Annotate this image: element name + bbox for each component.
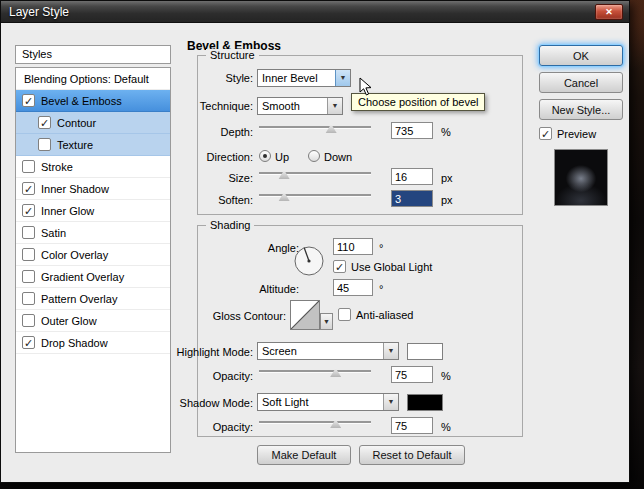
use-global-light-checkbox[interactable]: ✓ — [333, 260, 346, 273]
altitude-input[interactable] — [333, 279, 373, 296]
style-item-bevel-emboss[interactable]: ✓ Bevel & Emboss — [16, 90, 170, 112]
checkbox[interactable] — [22, 248, 35, 261]
preview-checkbox[interactable]: ✓ — [539, 127, 552, 140]
style-item-label: Inner Glow — [41, 205, 94, 217]
shadow-mode-dropdown[interactable]: Soft Light ▼ — [257, 393, 399, 411]
style-item-label: Satin — [41, 227, 66, 239]
style-item-drop-shadow[interactable]: ✓ Drop Shadow — [16, 332, 170, 354]
style-dropdown-value: Inner Bevel — [258, 70, 335, 86]
size-unit: px — [441, 172, 453, 184]
style-item-label: Blending Options: Default — [24, 73, 149, 85]
preview-thumbnail — [554, 149, 608, 206]
contour-preview — [291, 301, 319, 329]
style-label: Style: — [153, 72, 253, 84]
direction-down-label: Down — [324, 151, 352, 163]
style-item-gradient-overlay[interactable]: Gradient Overlay — [16, 266, 170, 288]
styles-panel-header: Styles — [15, 45, 171, 64]
style-item-blending-options[interactable]: Blending Options: Default — [16, 68, 170, 90]
style-item-label: Color Overlay — [41, 249, 108, 261]
style-item-inner-glow[interactable]: ✓ Inner Glow — [16, 200, 170, 222]
reset-to-default-button[interactable]: Reset to Default — [359, 445, 465, 465]
new-style-button[interactable]: New Style... — [539, 99, 623, 120]
soften-slider[interactable] — [259, 189, 371, 201]
style-item-stroke[interactable]: Stroke — [16, 156, 170, 178]
chevron-down-icon[interactable]: ▼ — [383, 343, 398, 359]
style-item-label: Stroke — [41, 161, 73, 173]
style-item-label: Gradient Overlay — [41, 271, 124, 283]
layer-style-dialog: Layer Style ✕ Styles Blending Options: D… — [0, 0, 630, 483]
checkbox[interactable]: ✓ — [22, 336, 35, 349]
angle-unit: ° — [379, 242, 383, 254]
checkbox[interactable] — [22, 160, 35, 173]
checkbox[interactable]: ✓ — [22, 204, 35, 217]
style-item-outer-glow[interactable]: Outer Glow — [16, 310, 170, 332]
depth-slider[interactable] — [259, 121, 371, 133]
style-item-inner-shadow[interactable]: ✓ Inner Shadow — [16, 178, 170, 200]
direction-label: Direction: — [153, 151, 253, 163]
soften-label: Soften: — [153, 194, 253, 206]
highlight-color-swatch[interactable] — [407, 343, 443, 360]
style-item-contour[interactable]: ✓ Contour — [16, 112, 170, 134]
checkbox[interactable]: ✓ — [22, 94, 35, 107]
slider-track — [259, 421, 371, 423]
chevron-down-icon[interactable]: ▼ — [335, 70, 350, 86]
anti-aliased-checkbox[interactable] — [338, 308, 351, 321]
depth-input[interactable] — [391, 122, 433, 139]
title-bar[interactable]: Layer Style ✕ — [1, 1, 629, 23]
slider-track — [259, 172, 371, 174]
style-item-satin[interactable]: Satin — [16, 222, 170, 244]
cancel-button[interactable]: Cancel — [539, 72, 623, 93]
direction-down-radio[interactable] — [308, 150, 320, 162]
depth-unit: % — [441, 126, 451, 138]
shadow-opacity-unit: % — [441, 421, 451, 433]
shadow-mode-label: Shadow Mode: — [153, 397, 253, 409]
direction-up-radio[interactable] — [259, 150, 271, 162]
style-item-label: Texture — [57, 139, 93, 151]
highlight-mode-label: Highlight Mode: — [153, 346, 253, 358]
highlight-mode-dropdown[interactable]: Screen ▼ — [257, 342, 399, 360]
window-title: Layer Style — [1, 5, 69, 19]
style-item-texture[interactable]: Texture — [16, 134, 170, 156]
highlight-opacity-input[interactable] — [391, 366, 433, 383]
technique-label: Technique: — [153, 100, 253, 112]
shadow-color-swatch[interactable] — [407, 394, 443, 411]
highlight-opacity-slider[interactable] — [259, 365, 371, 377]
angle-dial[interactable] — [293, 245, 325, 277]
style-item-label: Pattern Overlay — [41, 293, 117, 305]
checkbox[interactable] — [22, 270, 35, 283]
shadow-opacity-input[interactable] — [391, 417, 433, 434]
structure-legend: Structure — [206, 49, 259, 61]
size-slider[interactable] — [259, 167, 371, 179]
style-item-label: Inner Shadow — [41, 183, 109, 195]
shadow-opacity-slider[interactable] — [259, 416, 371, 428]
slider-track — [259, 126, 371, 128]
size-input[interactable] — [391, 168, 433, 185]
checkbox[interactable] — [22, 226, 35, 239]
contour-dropdown-arrow-icon[interactable]: ▼ — [320, 313, 333, 330]
close-button[interactable]: ✕ — [595, 4, 623, 20]
gloss-contour-label: Gloss Contour: — [186, 310, 286, 322]
altitude-unit: ° — [379, 283, 383, 295]
shading-legend: Shading — [206, 219, 254, 231]
angle-input[interactable] — [333, 238, 373, 255]
checkbox[interactable]: ✓ — [22, 182, 35, 195]
chevron-down-icon[interactable]: ▼ — [327, 98, 342, 114]
soften-input[interactable] — [391, 190, 433, 207]
style-dropdown[interactable]: Inner Bevel ▼ — [257, 69, 351, 87]
checkbox[interactable] — [22, 314, 35, 327]
checkbox[interactable]: ✓ — [38, 116, 51, 129]
gloss-contour-picker[interactable] — [290, 300, 320, 330]
checkbox[interactable] — [22, 292, 35, 305]
checkbox[interactable] — [38, 138, 51, 151]
style-item-pattern-overlay[interactable]: Pattern Overlay — [16, 288, 170, 310]
altitude-label: Altitude: — [199, 283, 299, 295]
highlight-opacity-label: Opacity: — [153, 370, 253, 382]
technique-dropdown[interactable]: Smooth ▼ — [257, 97, 343, 115]
use-global-light-label: Use Global Light — [351, 261, 432, 273]
style-item-color-overlay[interactable]: Color Overlay — [16, 244, 170, 266]
make-default-button[interactable]: Make Default — [257, 445, 351, 465]
mouse-cursor — [359, 77, 372, 97]
preview-label: Preview — [557, 128, 596, 140]
chevron-down-icon[interactable]: ▼ — [383, 394, 398, 410]
ok-button[interactable]: OK — [539, 45, 623, 66]
